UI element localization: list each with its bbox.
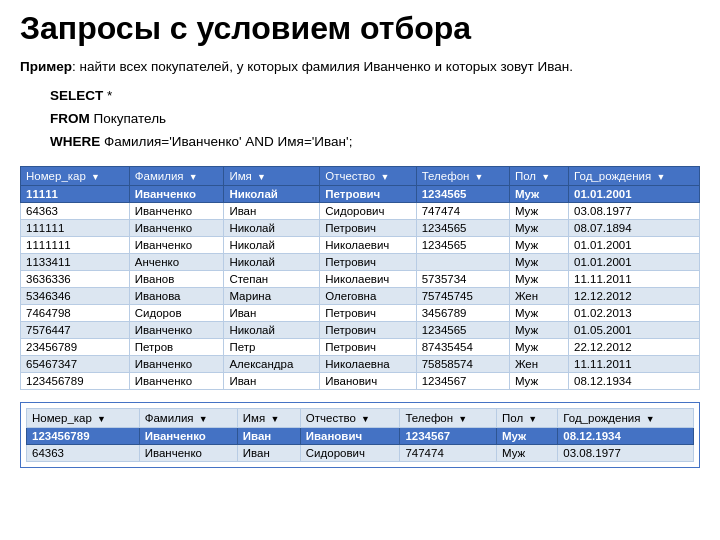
result-header-row: Номер_кар ▼ Фамилия ▼ Имя ▼ Отчество ▼ Т… [27, 409, 694, 428]
res-col-familiya[interactable]: Фамилия ▼ [139, 409, 237, 428]
res-col-imya[interactable]: Имя ▼ [237, 409, 300, 428]
res-col-telefon[interactable]: Телефон ▼ [400, 409, 497, 428]
col-header-nomer[interactable]: Номер_кар ▼ [21, 167, 130, 186]
col-header-otchestvo[interactable]: Отчество ▼ [320, 167, 416, 186]
result-table: Номер_кар ▼ Фамилия ▼ Имя ▼ Отчество ▼ Т… [26, 408, 694, 462]
res-col-otchestvo[interactable]: Отчество ▼ [300, 409, 400, 428]
main-table-container: Номер_кар ▼ Фамилия ▼ Имя ▼ Отчество ▼ Т… [20, 166, 700, 390]
col-header-telefon[interactable]: Телефон ▼ [416, 167, 509, 186]
col-header-imya[interactable]: Имя ▼ [224, 167, 320, 186]
table-row: 111111ИванченкоНиколайПетрович1234565Муж… [21, 220, 700, 237]
table-row: 7576447ИванченкоНиколайПетрович1234565Му… [21, 322, 700, 339]
col-header-familiya[interactable]: Фамилия ▼ [129, 167, 224, 186]
table-row: 1133411АнченкоНиколайПетровичМуж01.01.20… [21, 254, 700, 271]
col-header-pol[interactable]: Пол ▼ [509, 167, 568, 186]
page-title: Запросы с условием отбора [20, 10, 700, 47]
res-col-pol[interactable]: Пол ▼ [496, 409, 557, 428]
code-block: SELECT * FROM Покупатель WHERE Фамилия='… [50, 85, 700, 154]
table-row: 5346346ИвановаМаринаОлеговна75745745Жен1… [21, 288, 700, 305]
bold-prefix: Пример [20, 59, 72, 74]
table-row: 65467347ИванченкоАлександраНиколаевна758… [21, 356, 700, 373]
table-row: 123456789ИванченкоИванИванович1234567Муж… [21, 373, 700, 390]
description-text: Пример: найти всех покупателей, у которы… [20, 57, 700, 77]
table-row: 123456789ИванченкоИванИванович1234567Муж… [27, 428, 694, 445]
table-row: 1111111ИванченкоНиколайНиколаевич1234565… [21, 237, 700, 254]
table-row: 7464798СидоровИванПетрович3456789Муж01.0… [21, 305, 700, 322]
res-col-nomer[interactable]: Номер_кар ▼ [27, 409, 140, 428]
col-header-god[interactable]: Год_рождения ▼ [569, 167, 700, 186]
desc-rest: : найти всех покупателей, у которых фами… [72, 59, 573, 74]
code-line-1: SELECT * [50, 85, 700, 108]
table-row: 11111ИванченкоНиколайПетрович1234565Муж0… [21, 186, 700, 203]
res-col-god[interactable]: Год_рождения ▼ [558, 409, 694, 428]
table-row: 3636336ИвановСтепанНиколаевич5735734Муж1… [21, 271, 700, 288]
table-row: 23456789ПетровПетрПетрович87435454Муж22.… [21, 339, 700, 356]
table-row: 64363ИванченкоИванСидорович747474Муж03.0… [21, 203, 700, 220]
main-table: Номер_кар ▼ Фамилия ▼ Имя ▼ Отчество ▼ Т… [20, 166, 700, 390]
result-table-container: Номер_кар ▼ Фамилия ▼ Имя ▼ Отчество ▼ Т… [20, 402, 700, 468]
code-line-2: FROM Покупатель [50, 108, 700, 131]
table-header-row: Номер_кар ▼ Фамилия ▼ Имя ▼ Отчество ▼ Т… [21, 167, 700, 186]
table-row: 64363ИванченкоИванСидорович747474Муж03.0… [27, 445, 694, 462]
code-line-3: WHERE Фамилия='Иванченко' AND Имя='Иван'… [50, 131, 700, 154]
